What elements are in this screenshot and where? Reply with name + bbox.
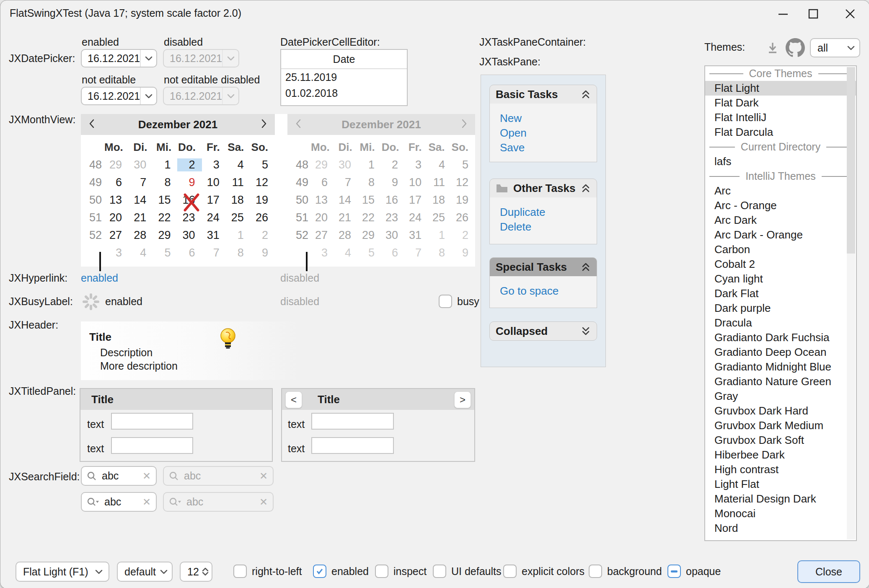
taskpane-link[interactable]: Delete: [500, 220, 597, 235]
theme-item[interactable]: Monocai: [705, 506, 856, 521]
checkbox-explicit-colors[interactable]: explicit colors: [503, 565, 585, 578]
taskpane-special-tasks-header[interactable]: Special Tasks: [489, 257, 597, 277]
prev-button[interactable]: <: [285, 391, 302, 408]
day-cell[interactable]: 1: [153, 158, 177, 171]
day-cell[interactable]: 19: [251, 194, 275, 207]
day-cell[interactable]: 3: [104, 246, 129, 259]
collapse-icon[interactable]: [581, 262, 591, 272]
theme-item[interactable]: Gruvbox Dark Soft: [705, 433, 856, 448]
theme-item[interactable]: Flat Darcula: [705, 125, 856, 140]
close-button[interactable]: [838, 4, 863, 24]
expand-icon[interactable]: [581, 326, 591, 336]
day-cell[interactable]: 10: [202, 176, 226, 189]
day-cell[interactable]: 16: [177, 194, 202, 207]
checkbox-opaque[interactable]: opaque: [667, 565, 721, 578]
text-input[interactable]: [111, 413, 193, 430]
day-cell[interactable]: 23: [177, 211, 202, 224]
checkbox-enabled[interactable]: enabled: [313, 565, 369, 578]
hyperlink-enabled[interactable]: enabled: [81, 272, 118, 284]
theme-item[interactable]: Arc: [705, 184, 856, 198]
day-cell[interactable]: 14: [129, 194, 153, 207]
chevron-down-icon[interactable]: [140, 88, 156, 104]
theme-item[interactable]: Material Design Dark: [705, 492, 856, 506]
day-cell[interactable]: 20: [104, 211, 129, 224]
theme-item[interactable]: Gradianto Deep Ocean: [705, 345, 856, 360]
theme-item[interactable]: Hiberbee Dark: [705, 448, 856, 462]
theme-item[interactable]: Flat IntelliJ: [705, 110, 856, 125]
busy-checkbox[interactable]: busy: [439, 295, 479, 308]
day-cell[interactable]: 22: [153, 211, 177, 224]
day-cell[interactable]: 24: [202, 211, 226, 224]
clear-icon[interactable]: ✕: [142, 470, 151, 482]
theme-item[interactable]: Flat Light: [705, 81, 856, 96]
theme-item[interactable]: Gray: [705, 389, 856, 404]
close-dialog-button[interactable]: Close: [797, 560, 860, 583]
font-combo[interactable]: default: [117, 562, 173, 582]
day-cell[interactable]: 4: [129, 246, 153, 259]
checkbox-box[interactable]: [439, 295, 452, 308]
day-cell[interactable]: 8: [153, 176, 177, 189]
taskpane-collapsed-header[interactable]: Collapsed: [489, 321, 597, 341]
search-input[interactable]: abc: [104, 496, 137, 508]
day-cell[interactable]: 5: [153, 246, 177, 259]
theme-item[interactable]: Gradianto Nature Green: [705, 374, 856, 389]
maximize-button[interactable]: [801, 4, 826, 24]
theme-item[interactable]: Gradianto Midnight Blue: [705, 360, 856, 374]
spinner-arrows[interactable]: [199, 562, 212, 581]
taskpane-other-tasks-header[interactable]: Other Tasks: [489, 179, 597, 198]
taskpane-link[interactable]: Go to space: [500, 285, 597, 299]
theme-item[interactable]: Arc Dark - Orange: [705, 228, 856, 242]
theme-item[interactable]: Gruvbox Dark Medium: [705, 418, 856, 433]
day-cell[interactable]: 18: [226, 194, 251, 207]
day-cell[interactable]: 30: [129, 158, 153, 171]
table-row[interactable]: 01.02.2018: [281, 85, 407, 101]
day-cell[interactable]: 30: [177, 229, 202, 242]
day-cell[interactable]: 2: [177, 158, 202, 171]
download-icon[interactable]: [765, 40, 781, 56]
text-input[interactable]: [311, 437, 394, 454]
collapse-icon[interactable]: [581, 183, 591, 193]
theme-item[interactable]: Light Flat: [705, 477, 856, 492]
theme-item[interactable]: Dark Flat: [705, 286, 856, 301]
taskpane-link[interactable]: Save: [500, 141, 597, 156]
clear-icon[interactable]: ✕: [142, 496, 151, 508]
taskpane-link[interactable]: Open: [500, 127, 597, 141]
day-cell[interactable]: 1: [226, 229, 251, 242]
theme-item[interactable]: Nord: [705, 521, 856, 536]
day-cell[interactable]: 28: [129, 229, 153, 242]
search-input[interactable]: abc: [102, 470, 137, 482]
day-cell[interactable]: 9: [177, 176, 202, 189]
day-cell[interactable]: 31: [202, 229, 226, 242]
taskpane-link[interactable]: Duplicate: [500, 206, 597, 220]
theme-item[interactable]: Dracula: [705, 316, 856, 330]
day-cell[interactable]: 8: [226, 246, 251, 259]
day-cell[interactable]: 9: [251, 246, 275, 259]
theme-item[interactable]: Dark purple: [705, 301, 856, 316]
taskpane-link[interactable]: New: [500, 112, 597, 127]
github-icon[interactable]: [786, 38, 805, 57]
themes-scrollbar[interactable]: [847, 67, 855, 539]
checkbox-right-to-left[interactable]: right-to-left: [233, 565, 302, 578]
scrollbar-thumb[interactable]: [847, 67, 855, 254]
search-field-with-menu[interactable]: abc ✕: [81, 492, 157, 512]
cell-editor-table[interactable]: Date 25.11.2019 01.02.2018: [280, 49, 408, 106]
calendar-grid[interactable]: Mo.Di.Mi.Do.Fr.Sa.So.4829301234549678910…: [81, 135, 275, 262]
datepicker-enabled[interactable]: 16.12.2021: [81, 49, 157, 67]
theme-item[interactable]: Arc - Orange: [705, 198, 856, 213]
day-cell[interactable]: 6: [177, 246, 202, 259]
themes-filter-combo[interactable]: all: [810, 38, 860, 57]
next-button[interactable]: >: [454, 391, 471, 408]
day-cell[interactable]: 4: [226, 158, 251, 171]
taskpane-basic-tasks-header[interactable]: Basic Tasks: [489, 85, 597, 104]
checkbox-background[interactable]: background: [589, 565, 662, 578]
chevron-left-icon[interactable]: [88, 119, 95, 130]
monthview-enabled[interactable]: Dezember 2021 Mo.Di.Mi.Do.Fr.Sa.So.48293…: [81, 114, 275, 267]
theme-item[interactable]: Cobalt 2: [705, 257, 856, 272]
text-input[interactable]: [311, 413, 394, 430]
day-cell[interactable]: 29: [104, 158, 129, 171]
day-cell[interactable]: 29: [153, 229, 177, 242]
font-size-spinner[interactable]: 12: [180, 562, 212, 582]
search-field[interactable]: abc ✕: [81, 466, 157, 486]
theme-item[interactable]: Carbon: [705, 242, 856, 257]
day-cell[interactable]: 17: [202, 194, 226, 207]
